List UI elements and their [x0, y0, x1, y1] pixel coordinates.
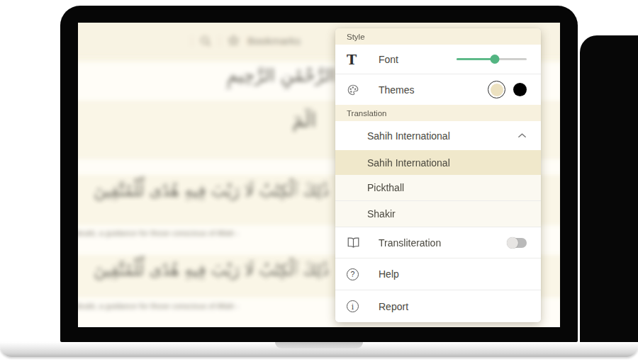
verse-arabic: ذَٰلِكَ ٱلْكِتَٰبُ لَا رَيْبَ فِيهِ هُدً…	[116, 181, 329, 200]
verse-translation: doubt, a guidance for those conscious of…	[78, 302, 239, 310]
help-icon: ?	[347, 268, 359, 280]
font-size-slider[interactable]	[457, 55, 527, 64]
slider-thumb[interactable]	[491, 55, 500, 64]
help-label: Help	[379, 268, 399, 280]
font-label: Font	[379, 54, 398, 65]
theme-light-swatch[interactable]	[488, 81, 505, 98]
themes-label: Themes	[379, 84, 415, 96]
page: Bookmarks بِسْمِ اللَّهِ الرَّحْمَٰنِ ال…	[0, 0, 638, 364]
open-book-icon	[347, 237, 360, 249]
palette-icon	[347, 84, 359, 96]
translation-option-sahih-international[interactable]: Sahih International	[335, 150, 541, 175]
toolbar-divider	[219, 35, 220, 47]
info-icon: i	[347, 300, 359, 312]
help-row[interactable]: ? Help	[335, 258, 541, 290]
laptop-screen: Bookmarks بِسْمِ اللَّهِ الرَّحْمَٰنِ ال…	[78, 23, 560, 327]
chevron-up-icon	[517, 132, 527, 139]
toggle-knob	[507, 237, 518, 249]
search-icon[interactable]	[199, 35, 212, 47]
settings-panel: Style T Font	[335, 28, 541, 322]
laptop-base-notch	[275, 342, 363, 348]
report-label: Report	[379, 301, 408, 312]
cropped-device-edge	[580, 35, 638, 342]
theme-dark-swatch[interactable]	[513, 83, 527, 96]
themes-row: Themes	[335, 74, 541, 105]
toolbar-divider	[191, 35, 192, 47]
transliteration-toggle[interactable]	[508, 238, 527, 248]
verse-translation: doubt, a guidance for those conscious of…	[78, 229, 239, 237]
translation-option-pickthall[interactable]: Pickthall	[335, 175, 541, 200]
transliteration-label: Transliteration	[379, 237, 441, 249]
font-size-row: T Font	[335, 45, 541, 74]
font-icon: T	[347, 52, 357, 67]
translation-section-header: Translation	[335, 105, 541, 121]
translation-option-shakir[interactable]: Shakir	[335, 200, 541, 227]
verse-arabic: الٓمٓ	[292, 109, 316, 131]
verse-arabic: ذَٰلِكَ ٱلْكِتَٰبُ لَا رَيْبَ فِيهِ هُدً…	[116, 261, 329, 280]
transliteration-row: Transliteration	[335, 227, 541, 258]
report-row[interactable]: i Report	[335, 290, 541, 322]
translation-dropdown-value: Sahih International	[367, 130, 450, 142]
bookmarks-button[interactable]: Bookmarks	[247, 35, 301, 47]
slider-fill	[457, 58, 495, 60]
theme-light-swatch-fill	[491, 84, 503, 96]
style-section-header: Style	[335, 28, 541, 45]
star-icon[interactable]	[227, 34, 240, 47]
translation-dropdown[interactable]: Sahih International	[335, 121, 541, 150]
